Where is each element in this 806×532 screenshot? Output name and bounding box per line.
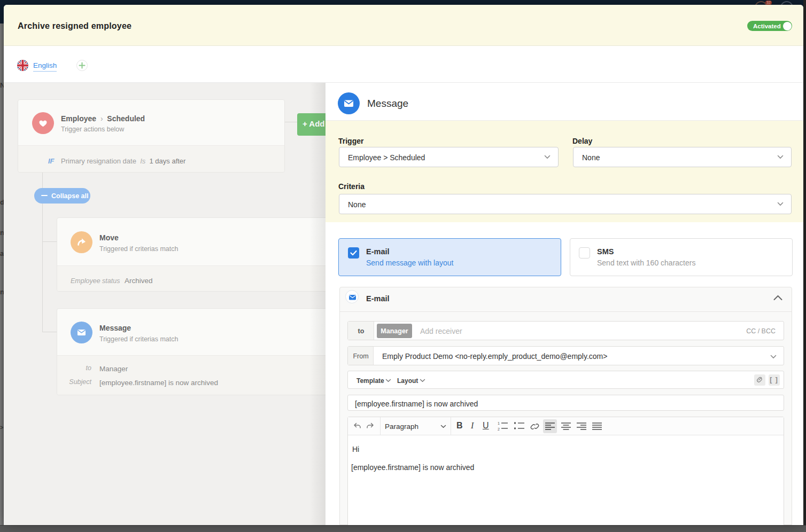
svg-text:2: 2 — [498, 427, 500, 431]
svg-text:1: 1 — [498, 421, 500, 425]
